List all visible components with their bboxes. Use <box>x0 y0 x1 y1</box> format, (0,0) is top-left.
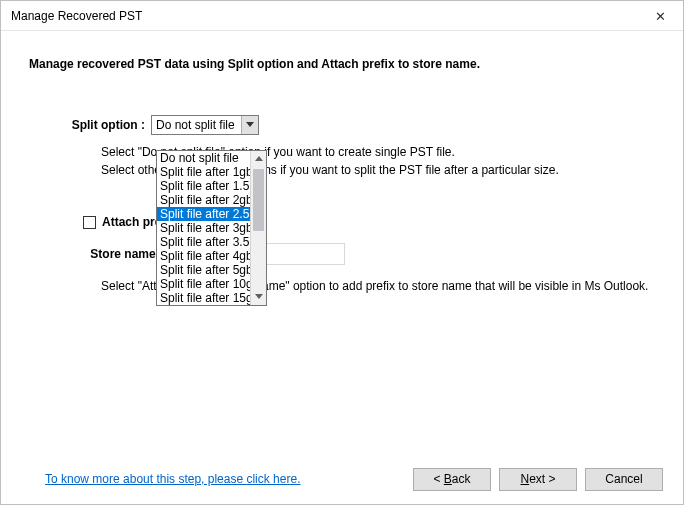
cancel-button[interactable]: Cancel <box>585 468 663 491</box>
dropdown-items: Do not split fileSplit file after 1gbSpl… <box>157 151 250 305</box>
footer: To know more about this step, please cli… <box>1 454 683 504</box>
dropdown-option[interactable]: Split file after 2gb <box>157 193 250 207</box>
dialog-window: Manage Recovered PST ✕ Manage recovered … <box>0 0 684 505</box>
page-heading: Manage recovered PST data using Split op… <box>29 57 655 71</box>
dropdown-option[interactable]: Split file after 1gb <box>157 165 250 179</box>
dropdown-option[interactable]: Split file after 1.5 gb <box>157 179 250 193</box>
split-selected-text: Do not split file <box>156 118 235 132</box>
dropdown-option[interactable]: Split file after 5gb <box>157 263 250 277</box>
help-link[interactable]: To know more about this step, please cli… <box>45 472 300 486</box>
scroll-up-icon[interactable] <box>251 151 266 167</box>
titlebar: Manage Recovered PST ✕ <box>1 1 683 31</box>
next-button[interactable]: Next > <box>499 468 577 491</box>
dropdown-option[interactable]: Do not split file <box>157 151 250 165</box>
split-option-select[interactable]: Do not split file <box>151 115 259 135</box>
split-option-row: Split option : Do not split file <box>29 115 655 135</box>
attach-prefix-checkbox[interactable] <box>83 216 96 229</box>
dropdown-option[interactable]: Split file after 10gb <box>157 277 250 291</box>
scroll-down-icon[interactable] <box>251 289 266 305</box>
svg-marker-1 <box>255 156 263 161</box>
dropdown-option[interactable]: Split file after 3.5gb <box>157 235 250 249</box>
dropdown-option[interactable]: Split file after 3gb <box>157 221 250 235</box>
split-option-dropdown[interactable]: Do not split fileSplit file after 1gbSpl… <box>156 150 267 306</box>
dropdown-option[interactable]: Split file after 4gb <box>157 249 250 263</box>
dropdown-option[interactable]: Split file after 2.5gb <box>157 207 250 221</box>
svg-marker-0 <box>246 122 254 127</box>
content-area: Manage recovered PST data using Split op… <box>1 31 683 454</box>
close-icon: ✕ <box>655 9 666 24</box>
split-option-label: Split option : <box>29 118 151 132</box>
svg-marker-2 <box>255 294 263 299</box>
dropdown-arrow-icon <box>241 116 258 134</box>
close-button[interactable]: ✕ <box>637 1 683 31</box>
window-title: Manage Recovered PST <box>11 9 142 23</box>
dropdown-option[interactable]: Split file after 15gb <box>157 291 250 305</box>
scroll-thumb[interactable] <box>253 169 264 231</box>
back-button[interactable]: < Back <box>413 468 491 491</box>
dropdown-scrollbar[interactable] <box>250 151 266 305</box>
